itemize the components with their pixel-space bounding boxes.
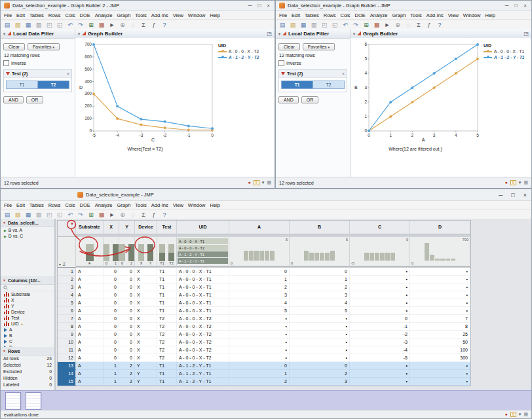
cell[interactable]: T2: [157, 331, 177, 338]
cell[interactable]: X: [135, 331, 157, 338]
cell[interactable]: •: [410, 307, 470, 315]
cell[interactable]: •: [290, 331, 350, 338]
cell[interactable]: 1: [104, 378, 119, 386]
cell[interactable]: •: [229, 323, 290, 331]
row-number[interactable]: 6: [58, 307, 76, 315]
cell[interactable]: X: [135, 291, 157, 299]
minimize-button[interactable]: ─: [505, 3, 509, 9]
cell[interactable]: T2: [157, 354, 177, 362]
cell[interactable]: 0: [119, 331, 135, 338]
cell[interactable]: -2: [350, 331, 410, 338]
cell[interactable]: 0: [119, 299, 135, 307]
zoom-icon[interactable]: ⊕: [119, 211, 126, 219]
menu-edit[interactable]: Edit: [16, 12, 25, 18]
menu-tables[interactable]: Tables: [29, 202, 44, 208]
menu-rows[interactable]: Rows: [324, 12, 336, 18]
menu-tables[interactable]: Tables: [29, 12, 44, 18]
row-number[interactable]: 9: [58, 331, 76, 338]
cell[interactable]: A: [76, 362, 104, 370]
cell[interactable]: 1: [104, 370, 119, 378]
close-button[interactable]: ×: [523, 3, 527, 9]
filter-group-header[interactable]: Test (2) ×: [4, 70, 71, 78]
column-header-b[interactable]: B: [290, 221, 350, 234]
header-graph-uid[interactable]: A - 0 - 0 - X - T1A - 0 - 0 - X - T2A - …: [177, 237, 229, 266]
cell[interactable]: •: [410, 299, 470, 307]
cell[interactable]: 7: [410, 315, 470, 323]
cell[interactable]: A - 0 - 0 - X - T2: [177, 354, 229, 362]
lasso-icon[interactable]: ◌: [129, 211, 137, 219]
cell[interactable]: 1: [290, 276, 350, 283]
undo-icon[interactable]: ↶: [341, 21, 349, 29]
open-icon[interactable]: ▧: [289, 21, 297, 29]
menu-tools[interactable]: Tools: [135, 12, 147, 18]
cell[interactable]: X: [135, 283, 157, 291]
and-button[interactable]: AND: [3, 96, 24, 103]
formula-icon[interactable]: ƒ: [425, 21, 433, 29]
cell[interactable]: 0: [119, 276, 135, 283]
favorites-button[interactable]: Favorites▾: [303, 43, 335, 50]
panel-corner-icon[interactable]: ◳: [267, 31, 272, 37]
cell[interactable]: A - 0 - 0 - X - T2: [177, 315, 229, 323]
cell[interactable]: A - 0 - 0 - X - T1: [177, 307, 229, 315]
menu-cols[interactable]: Cols: [65, 202, 75, 208]
menu-graph[interactable]: Graph: [392, 12, 406, 18]
save-icon[interactable]: ▦: [299, 21, 307, 29]
columns-popup-icon[interactable]: ▾: [59, 262, 61, 266]
row-number[interactable]: 8: [58, 323, 76, 331]
rows-stat-excluded[interactable]: Excluded0: [1, 369, 54, 375]
menu-view[interactable]: View: [173, 202, 183, 208]
cell[interactable]: A - 1 - 2 - Y - T1: [177, 362, 229, 370]
cell[interactable]: •: [410, 370, 470, 378]
column-item-device[interactable]: Device: [1, 309, 54, 315]
cell[interactable]: 0: [104, 276, 119, 283]
formula-icon[interactable]: ƒ: [150, 211, 158, 219]
cell[interactable]: 0: [119, 323, 135, 331]
filter-value-t2[interactable]: T2: [313, 81, 344, 88]
menu-addins[interactable]: Add-Ins: [427, 12, 444, 18]
cell[interactable]: 0: [104, 268, 119, 276]
maximize-button[interactable]: □: [511, 192, 514, 198]
redo-icon[interactable]: ↷: [77, 21, 85, 29]
panel-corner-icon[interactable]: ◳: [523, 31, 529, 37]
column-item-uid[interactable]: UID+: [1, 321, 54, 327]
cell[interactable]: 0: [104, 291, 119, 299]
header-graph-substrate[interactable]: A: [76, 237, 104, 266]
cell[interactable]: 0: [104, 331, 119, 338]
menu-view[interactable]: View: [173, 12, 183, 18]
new-data-table-icon[interactable]: ▤: [3, 21, 11, 29]
menu-analyze[interactable]: Analyze: [95, 12, 113, 18]
chart-icon[interactable]: ▩: [98, 21, 105, 29]
lasso-icon[interactable]: ◌: [129, 21, 137, 29]
new-data-table-icon[interactable]: ▤: [3, 211, 11, 219]
menu-help[interactable]: Help: [210, 12, 220, 18]
menu-edit[interactable]: Edit: [16, 202, 25, 208]
cell[interactable]: 0: [290, 362, 350, 370]
cell[interactable]: 0: [119, 346, 135, 354]
cell[interactable]: •: [350, 291, 410, 299]
cell[interactable]: •: [410, 378, 470, 386]
collapse-arrow-icon[interactable]: ▾: [353, 31, 355, 36]
cell[interactable]: •: [350, 362, 410, 370]
cell[interactable]: •: [290, 346, 350, 354]
cell[interactable]: 0: [119, 354, 135, 362]
grid-icon[interactable]: ▦: [523, 412, 528, 416]
red-triangle-icon[interactable]: ▼: [3, 349, 6, 353]
cell[interactable]: A - 0 - 0 - X - T2: [177, 338, 229, 346]
remove-filter-icon[interactable]: ×: [67, 71, 69, 76]
columns-panel-header[interactable]: ▼ Columns (10/...: [1, 276, 54, 285]
cell[interactable]: X: [135, 346, 157, 354]
tables-icon[interactable]: ⊞: [87, 211, 95, 219]
menu-tools[interactable]: Tools: [410, 12, 422, 18]
cell[interactable]: -1: [350, 323, 410, 331]
table-script-item[interactable]: ▶D vs. C: [1, 233, 54, 239]
header-graph-device[interactable]: XY: [135, 237, 157, 266]
redo-icon[interactable]: ↷: [77, 211, 85, 219]
menu-doe[interactable]: DOE: [80, 202, 90, 208]
row-number[interactable]: 13: [58, 362, 76, 370]
cell[interactable]: 2: [290, 370, 350, 378]
tables-icon[interactable]: ⊞: [362, 21, 370, 29]
window-thumbnail[interactable]: [5, 392, 21, 410]
cell[interactable]: 0: [104, 307, 119, 315]
menu-doe[interactable]: DOE: [80, 12, 90, 18]
inverse-checkbox[interactable]: Inverse: [3, 60, 72, 66]
